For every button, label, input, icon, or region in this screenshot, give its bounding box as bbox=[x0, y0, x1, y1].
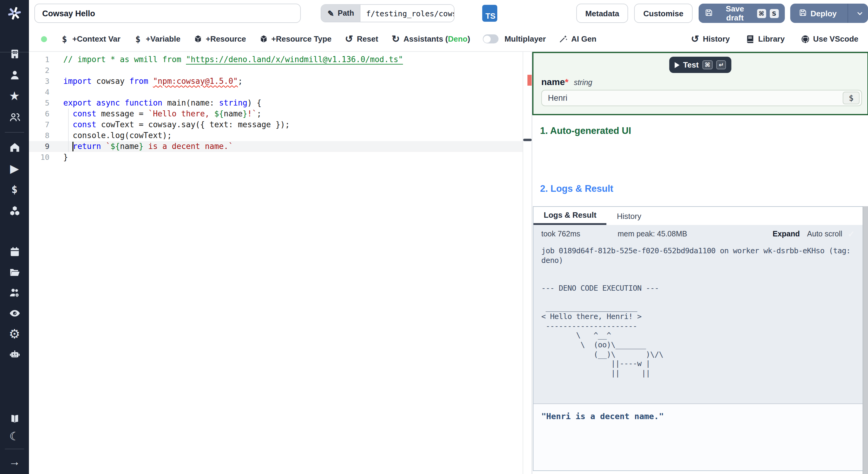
tab-logs-result[interactable]: Logs & Result bbox=[533, 207, 607, 225]
section-auto-generated-ui: 1. Auto-generated UI bbox=[540, 125, 631, 136]
script-title-input[interactable] bbox=[34, 4, 301, 23]
edit-path-button[interactable]: ✎ Path bbox=[321, 5, 360, 22]
panel-splitter-handle[interactable] bbox=[523, 139, 532, 141]
expand-button[interactable]: Expand bbox=[773, 230, 800, 238]
code-line-9[interactable]: 9 return `${name} is a decent name.` bbox=[29, 141, 523, 152]
line-number: 6 bbox=[29, 109, 50, 119]
sidebar-item-star[interactable]: ★ bbox=[8, 89, 21, 102]
building-icon bbox=[9, 48, 20, 59]
line-number: 10 bbox=[29, 152, 50, 163]
package-icon bbox=[193, 34, 203, 43]
variable-button[interactable]: $+Variable bbox=[133, 34, 181, 43]
tab-history[interactable]: History bbox=[607, 207, 652, 225]
sidebar-item-arrow-right[interactable]: → bbox=[8, 455, 21, 468]
deploy-button[interactable]: Deploy bbox=[790, 4, 868, 23]
sidebar-item-home[interactable] bbox=[8, 141, 21, 154]
line-number: 7 bbox=[29, 119, 50, 130]
assistants-label: Assistants (Deno) bbox=[404, 34, 470, 43]
library-button[interactable]: Library bbox=[746, 34, 785, 44]
assistants-button[interactable]: ↻Assistants (Deno) bbox=[391, 34, 470, 44]
panel-scrollbar[interactable] bbox=[863, 206, 868, 474]
sidebar-item-settings[interactable]: ⚙ bbox=[8, 327, 21, 340]
save-draft-label: Save draft bbox=[717, 4, 753, 22]
save-draft-button[interactable]: Save draft ⌘ S bbox=[699, 4, 785, 23]
context-var-button[interactable]: $+Context Var bbox=[60, 34, 121, 43]
name-field-input[interactable] bbox=[542, 93, 843, 102]
code-line-4[interactable]: 4 bbox=[29, 87, 523, 98]
settings-icon: ⚙ bbox=[9, 327, 20, 340]
error-overview-marker bbox=[527, 75, 532, 86]
code-line-text: const message = `Hello there, ${name}!`; bbox=[63, 109, 261, 119]
sidebar-item-play[interactable]: ▶ bbox=[8, 161, 21, 175]
test-args-panel: Test ⌘ ↵ name* string $ bbox=[532, 52, 868, 115]
sidebar-item-robot[interactable] bbox=[8, 347, 21, 361]
code-line-text: export async function main(name: string)… bbox=[63, 98, 261, 109]
multiplayer-toggle[interactable] bbox=[483, 34, 498, 43]
sidebar-divider bbox=[5, 449, 24, 449]
code-line-2[interactable]: 2 bbox=[29, 65, 523, 76]
took-stat: took 762ms bbox=[541, 230, 580, 238]
enter-key-badge: ↵ bbox=[716, 60, 726, 69]
logs-result-box: Logs & Result History took 762ms mem pea… bbox=[533, 206, 863, 471]
save-icon bbox=[798, 8, 807, 19]
auto-scroll-toggle[interactable]: Auto scroll bbox=[807, 230, 842, 238]
reset-label: Reset bbox=[357, 34, 378, 43]
vscode-button[interactable]: Use VScode bbox=[801, 34, 858, 44]
deploy-label: Deploy bbox=[810, 9, 837, 18]
sidebar-item-users[interactable] bbox=[8, 110, 21, 124]
variable-picker-button[interactable]: $ bbox=[843, 92, 860, 104]
field-required-asterisk: * bbox=[565, 77, 568, 87]
play-icon: ▶ bbox=[10, 162, 19, 174]
section-logs-result: 2. Logs & Result bbox=[540, 183, 613, 194]
tabs-row: Logs & Result History bbox=[533, 207, 863, 225]
indent-guide bbox=[68, 109, 69, 152]
sidebar-item-folder[interactable] bbox=[8, 265, 21, 278]
ai-gen-label: AI Gen bbox=[571, 34, 596, 43]
calendar-icon bbox=[9, 246, 20, 257]
windmill-logo[interactable] bbox=[0, 0, 29, 27]
variable-label: +Variable bbox=[146, 34, 181, 43]
sidebar-item-user[interactable] bbox=[8, 68, 21, 81]
code-line-6[interactable]: 6 const message = `Hello there, ${name}!… bbox=[29, 109, 523, 119]
dollar-icon: $ bbox=[60, 35, 69, 43]
reset-button[interactable]: ↺Reset bbox=[344, 34, 378, 44]
sidebar-item-building[interactable] bbox=[8, 47, 21, 60]
path-group: ✎ Path f/testing_roles/cowsa bbox=[321, 4, 455, 22]
resource-type-label: +Resource Type bbox=[271, 34, 332, 43]
deploy-dropdown-button[interactable] bbox=[852, 4, 868, 23]
code-line-10[interactable]: 10} bbox=[29, 152, 523, 163]
sidebar-item-book-open[interactable] bbox=[8, 412, 21, 425]
topbar: ✎ Path f/testing_roles/cowsa TS Metadata… bbox=[29, 0, 868, 27]
resource-type-button[interactable]: +Resource Type bbox=[258, 34, 332, 43]
customise-button[interactable]: Customise bbox=[634, 4, 692, 23]
resource-button[interactable]: +Resource bbox=[193, 34, 246, 43]
deploy-main[interactable]: Deploy bbox=[790, 4, 844, 23]
code-line-text: import cowsay from "npm:cowsay@1.5.0"; bbox=[63, 76, 243, 87]
toolbar-right: ↺HistoryLibraryUse VScode bbox=[690, 34, 868, 44]
history-label: History bbox=[703, 34, 730, 43]
sidebar-item-boxes[interactable] bbox=[8, 204, 21, 217]
history-button[interactable]: ↺History bbox=[690, 34, 730, 44]
code-line-8[interactable]: 8 console.log(cowText); bbox=[29, 130, 523, 141]
sidebar-item-users-gear[interactable] bbox=[8, 286, 21, 299]
book-icon bbox=[746, 34, 755, 44]
code-editor[interactable]: 1// import * as wmill from "https://deno… bbox=[29, 52, 532, 474]
log-output-text: job 0189d64f-812b-525e-f020-652bd9da1100… bbox=[533, 243, 863, 378]
sidebar-item-moon[interactable]: ☾ bbox=[8, 429, 21, 443]
moon-icon: ☾ bbox=[9, 430, 20, 442]
sidebar-item-calendar[interactable] bbox=[8, 245, 21, 258]
metadata-button[interactable]: Metadata bbox=[576, 4, 628, 23]
path-value[interactable]: f/testing_roles/cowsa bbox=[360, 5, 454, 22]
sidebar-item-dollar-sign[interactable]: $ bbox=[8, 183, 21, 196]
test-button[interactable]: Test ⌘ ↵ bbox=[670, 57, 732, 73]
code-line-1[interactable]: 1// import * as wmill from "https://deno… bbox=[29, 54, 523, 65]
ai-gen-button[interactable]: AI Gen bbox=[558, 34, 596, 43]
sidebar-item-eye[interactable] bbox=[8, 306, 21, 320]
users-icon bbox=[9, 111, 20, 123]
sidebar: ★▶$⚙☾→ bbox=[0, 0, 29, 474]
code-line-7[interactable]: 7 const cowText = cowsay.say({ text: mes… bbox=[29, 119, 523, 130]
code-line-5[interactable]: 5export async function main(name: string… bbox=[29, 98, 523, 109]
code-line-text: console.log(cowText); bbox=[63, 130, 172, 141]
code-line-3[interactable]: 3import cowsay from "npm:cowsay@1.5.0"; bbox=[29, 76, 523, 87]
right-panel: Test ⌘ ↵ name* string $ 1. Auto-generate… bbox=[532, 52, 868, 474]
